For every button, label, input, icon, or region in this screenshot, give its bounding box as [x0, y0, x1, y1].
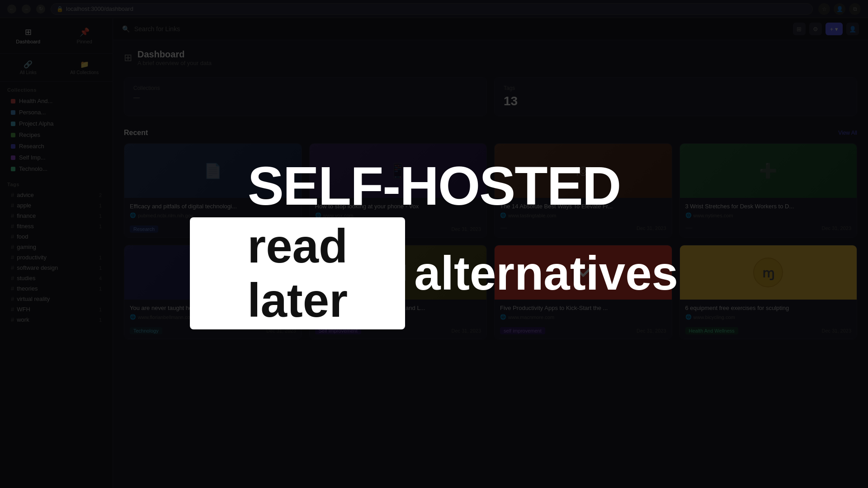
- overlay-headline: SELF-HOSTED: [190, 159, 678, 213]
- overlay-subline: read later alternatives: [190, 217, 678, 329]
- overlay-rest: alternatives: [414, 246, 678, 300]
- overlay-content: SELF-HOSTED read later alternatives: [163, 141, 705, 347]
- overlay: SELF-HOSTED read later alternatives: [0, 0, 868, 488]
- overlay-highlight: read later: [190, 217, 405, 329]
